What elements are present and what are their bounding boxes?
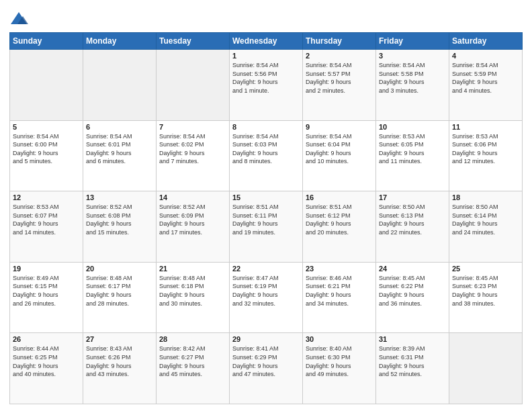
day-info: Sunrise: 8:54 AMSunset: 5:57 PMDaylight:… bbox=[306, 61, 373, 95]
day-cell-20: 20Sunrise: 8:48 AMSunset: 6:17 PMDayligh… bbox=[83, 262, 157, 333]
day-info: Sunrise: 8:50 AMSunset: 6:14 PMDaylight:… bbox=[452, 203, 519, 236]
day-number: 8 bbox=[232, 123, 300, 131]
day-info: Sunrise: 8:45 AMSunset: 6:22 PMDaylight:… bbox=[379, 274, 446, 308]
day-number: 20 bbox=[86, 265, 153, 273]
day-cell-27: 27Sunrise: 8:43 AMSunset: 6:26 PMDayligh… bbox=[83, 333, 157, 404]
day-cell-2: 2Sunrise: 8:54 AMSunset: 5:57 PMDaylight… bbox=[303, 50, 376, 121]
day-number: 9 bbox=[306, 123, 373, 131]
week-row-4: 26Sunrise: 8:44 AMSunset: 6:25 PMDayligh… bbox=[10, 333, 523, 404]
day-info: Sunrise: 8:48 AMSunset: 6:18 PMDaylight:… bbox=[159, 274, 226, 308]
day-cell-14: 14Sunrise: 8:52 AMSunset: 6:09 PMDayligh… bbox=[157, 191, 230, 263]
day-cell-24: 24Sunrise: 8:45 AMSunset: 6:22 PMDayligh… bbox=[376, 262, 449, 333]
day-number: 30 bbox=[306, 335, 373, 343]
day-info: Sunrise: 8:53 AMSunset: 6:05 PMDaylight:… bbox=[379, 132, 446, 166]
day-number: 24 bbox=[379, 265, 446, 273]
weekday-header-saturday: Saturday bbox=[449, 33, 523, 50]
day-info: Sunrise: 8:54 AMSunset: 6:04 PMDaylight:… bbox=[306, 132, 373, 166]
day-info: Sunrise: 8:44 AMSunset: 6:25 PMDaylight:… bbox=[13, 345, 80, 378]
day-info: Sunrise: 8:43 AMSunset: 6:26 PMDaylight:… bbox=[86, 345, 153, 378]
day-number: 26 bbox=[13, 335, 80, 343]
day-cell-1: 1Sunrise: 8:54 AMSunset: 5:56 PMDaylight… bbox=[230, 50, 303, 121]
day-info: Sunrise: 8:51 AMSunset: 6:12 PMDaylight:… bbox=[306, 203, 373, 236]
day-cell-3: 3Sunrise: 8:54 AMSunset: 5:58 PMDaylight… bbox=[376, 50, 449, 121]
day-cell-4: 4Sunrise: 8:54 AMSunset: 5:59 PMDaylight… bbox=[449, 50, 523, 121]
day-info: Sunrise: 8:52 AMSunset: 6:09 PMDaylight:… bbox=[159, 203, 226, 236]
day-number: 27 bbox=[86, 335, 153, 343]
day-number: 10 bbox=[379, 123, 446, 131]
day-cell-23: 23Sunrise: 8:46 AMSunset: 6:21 PMDayligh… bbox=[303, 262, 376, 333]
day-cell-8: 8Sunrise: 8:54 AMSunset: 6:03 PMDaylight… bbox=[230, 120, 303, 191]
day-info: Sunrise: 8:49 AMSunset: 6:15 PMDaylight:… bbox=[13, 274, 80, 308]
day-info: Sunrise: 8:46 AMSunset: 6:21 PMDaylight:… bbox=[306, 274, 373, 308]
week-row-3: 19Sunrise: 8:49 AMSunset: 6:15 PMDayligh… bbox=[10, 262, 523, 333]
day-info: Sunrise: 8:53 AMSunset: 6:06 PMDaylight:… bbox=[452, 132, 519, 166]
day-cell-13: 13Sunrise: 8:52 AMSunset: 6:08 PMDayligh… bbox=[83, 191, 157, 263]
day-cell-25: 25Sunrise: 8:45 AMSunset: 6:23 PMDayligh… bbox=[449, 262, 523, 333]
week-row-0: 1Sunrise: 8:54 AMSunset: 5:56 PMDaylight… bbox=[10, 50, 523, 121]
day-cell-15: 15Sunrise: 8:51 AMSunset: 6:11 PMDayligh… bbox=[230, 191, 303, 263]
day-cell-6: 6Sunrise: 8:54 AMSunset: 6:01 PMDaylight… bbox=[83, 120, 157, 191]
day-info: Sunrise: 8:48 AMSunset: 6:17 PMDaylight:… bbox=[86, 274, 153, 308]
day-number: 11 bbox=[452, 123, 519, 131]
day-number: 22 bbox=[232, 265, 300, 273]
day-cell-31: 31Sunrise: 8:39 AMSunset: 6:31 PMDayligh… bbox=[376, 333, 449, 404]
day-number: 7 bbox=[159, 123, 226, 131]
day-info: Sunrise: 8:42 AMSunset: 6:27 PMDaylight:… bbox=[159, 345, 226, 378]
day-number: 18 bbox=[452, 193, 519, 201]
day-cell-29: 29Sunrise: 8:41 AMSunset: 6:29 PMDayligh… bbox=[230, 333, 303, 404]
day-info: Sunrise: 8:52 AMSunset: 6:08 PMDaylight:… bbox=[86, 203, 153, 236]
day-cell-7: 7Sunrise: 8:54 AMSunset: 6:02 PMDaylight… bbox=[157, 120, 230, 191]
calendar-body: 1Sunrise: 8:54 AMSunset: 5:56 PMDaylight… bbox=[10, 50, 523, 404]
week-row-2: 12Sunrise: 8:53 AMSunset: 6:07 PMDayligh… bbox=[10, 191, 523, 263]
day-cell-12: 12Sunrise: 8:53 AMSunset: 6:07 PMDayligh… bbox=[10, 191, 83, 263]
day-number: 31 bbox=[379, 335, 446, 343]
day-number: 1 bbox=[232, 52, 300, 60]
weekday-header-wednesday: Wednesday bbox=[230, 33, 303, 50]
day-info: Sunrise: 8:51 AMSunset: 6:11 PMDaylight:… bbox=[232, 203, 300, 236]
day-info: Sunrise: 8:54 AMSunset: 5:58 PMDaylight:… bbox=[379, 61, 446, 95]
day-cell-16: 16Sunrise: 8:51 AMSunset: 6:12 PMDayligh… bbox=[303, 191, 376, 263]
day-info: Sunrise: 8:54 AMSunset: 6:03 PMDaylight:… bbox=[232, 132, 300, 166]
day-cell-28: 28Sunrise: 8:42 AMSunset: 6:27 PMDayligh… bbox=[157, 333, 230, 404]
weekday-header-monday: Monday bbox=[83, 33, 157, 50]
day-cell-11: 11Sunrise: 8:53 AMSunset: 6:06 PMDayligh… bbox=[449, 120, 523, 191]
empty-cell bbox=[449, 333, 523, 404]
day-number: 17 bbox=[379, 193, 446, 201]
page: SundayMondayTuesdayWednesdayThursdayFrid… bbox=[0, 0, 532, 411]
day-number: 19 bbox=[13, 265, 80, 273]
day-number: 25 bbox=[452, 265, 519, 273]
day-number: 14 bbox=[159, 193, 226, 201]
day-info: Sunrise: 8:41 AMSunset: 6:29 PMDaylight:… bbox=[232, 345, 300, 378]
weekday-header-friday: Friday bbox=[376, 33, 449, 50]
logo-icon bbox=[9, 9, 28, 28]
day-number: 23 bbox=[306, 265, 373, 273]
week-row-1: 5Sunrise: 8:54 AMSunset: 6:00 PMDaylight… bbox=[10, 120, 523, 191]
day-info: Sunrise: 8:54 AMSunset: 5:56 PMDaylight:… bbox=[232, 61, 300, 95]
day-info: Sunrise: 8:39 AMSunset: 6:31 PMDaylight:… bbox=[379, 345, 446, 378]
weekday-header-row: SundayMondayTuesdayWednesdayThursdayFrid… bbox=[10, 33, 523, 50]
day-cell-21: 21Sunrise: 8:48 AMSunset: 6:18 PMDayligh… bbox=[157, 262, 230, 333]
day-cell-17: 17Sunrise: 8:50 AMSunset: 6:13 PMDayligh… bbox=[376, 191, 449, 263]
header bbox=[9, 7, 523, 28]
day-info: Sunrise: 8:54 AMSunset: 6:00 PMDaylight:… bbox=[13, 132, 80, 166]
day-number: 29 bbox=[232, 335, 300, 343]
day-number: 4 bbox=[452, 52, 519, 60]
day-cell-5: 5Sunrise: 8:54 AMSunset: 6:00 PMDaylight… bbox=[10, 120, 83, 191]
day-info: Sunrise: 8:50 AMSunset: 6:13 PMDaylight:… bbox=[379, 203, 446, 236]
day-number: 21 bbox=[159, 265, 226, 273]
calendar-table: SundayMondayTuesdayWednesdayThursdayFrid… bbox=[9, 32, 523, 404]
calendar-header: SundayMondayTuesdayWednesdayThursdayFrid… bbox=[10, 33, 523, 50]
day-number: 13 bbox=[86, 193, 153, 201]
day-cell-9: 9Sunrise: 8:54 AMSunset: 6:04 PMDaylight… bbox=[303, 120, 376, 191]
day-cell-18: 18Sunrise: 8:50 AMSunset: 6:14 PMDayligh… bbox=[449, 191, 523, 263]
day-number: 12 bbox=[13, 193, 80, 201]
day-cell-19: 19Sunrise: 8:49 AMSunset: 6:15 PMDayligh… bbox=[10, 262, 83, 333]
empty-cell bbox=[157, 50, 230, 121]
empty-cell bbox=[83, 50, 157, 121]
day-number: 16 bbox=[306, 193, 373, 201]
day-info: Sunrise: 8:54 AMSunset: 5:59 PMDaylight:… bbox=[452, 61, 519, 95]
weekday-header-tuesday: Tuesday bbox=[157, 33, 230, 50]
day-info: Sunrise: 8:40 AMSunset: 6:30 PMDaylight:… bbox=[306, 345, 373, 378]
day-number: 2 bbox=[306, 52, 373, 60]
day-cell-30: 30Sunrise: 8:40 AMSunset: 6:30 PMDayligh… bbox=[303, 333, 376, 404]
